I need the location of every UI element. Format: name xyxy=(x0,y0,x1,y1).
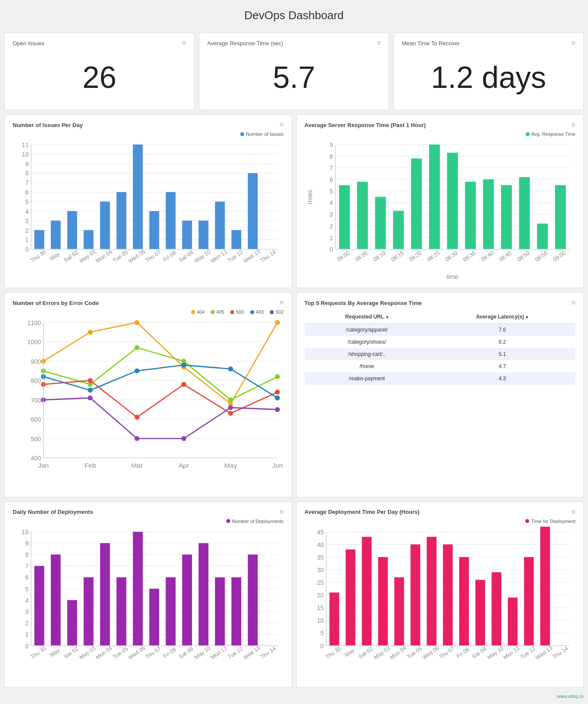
svg-rect-96 xyxy=(519,177,530,249)
deployment-time-menu[interactable]: ≡ xyxy=(571,508,575,516)
table-row: /make-payment4.3 xyxy=(305,372,576,385)
svg-rect-256 xyxy=(524,557,534,646)
svg-rect-32 xyxy=(100,201,110,249)
deployment-time-card: Average Deployment Time Per Day (Hours) … xyxy=(296,502,584,688)
latency-cell: 6.2 xyxy=(429,336,575,348)
url-cell: /category/apparel/ xyxy=(305,324,430,336)
svg-text:1100: 1100 xyxy=(27,319,41,326)
svg-text:Sat 02: Sat 02 xyxy=(63,249,80,263)
kpi-open-issues-value: 26 xyxy=(13,51,186,104)
svg-text:Tue 12: Tue 12 xyxy=(226,248,244,264)
server-response-menu[interactable]: ≡ xyxy=(571,121,575,129)
kpi-open-issues-title: Open Issues xyxy=(13,40,44,47)
svg-text:08:15: 08:15 xyxy=(390,250,405,263)
svg-text:08:35: 08:35 xyxy=(461,250,477,263)
dashboard: DevOps Dashboard Open Issues ≡ 26 Averag… xyxy=(4,4,584,699)
table-row: /home4.7 xyxy=(305,360,576,372)
svg-text:8: 8 xyxy=(25,170,29,177)
kpi-mttr-menu[interactable]: ≡ xyxy=(571,39,575,47)
svg-rect-100 xyxy=(555,185,566,249)
server-response-title: Average Server Response Time (Past 1 Hou… xyxy=(305,122,426,128)
svg-rect-28 xyxy=(67,211,77,249)
svg-text:08:55: 08:55 xyxy=(534,250,549,263)
svg-text:Mon 11: Mon 11 xyxy=(209,644,228,660)
col-url: Requested URL ⬧ xyxy=(305,310,430,324)
page-title: DevOps Dashboard xyxy=(4,4,584,28)
svg-text:1: 1 xyxy=(329,235,333,241)
svg-text:4: 4 xyxy=(25,208,29,215)
svg-text:45: 45 xyxy=(317,528,324,535)
issues-legend-dot xyxy=(240,132,244,136)
svg-rect-242 xyxy=(410,544,420,646)
svg-text:5: 5 xyxy=(320,630,324,637)
svg-text:30: 30 xyxy=(317,567,324,573)
svg-rect-199 xyxy=(182,554,192,645)
issues-per-day-legend: Number of Issues xyxy=(13,131,284,137)
svg-text:Thu 30: Thu 30 xyxy=(324,645,342,660)
svg-text:Wed 13: Wed 13 xyxy=(242,644,261,660)
daily-deployments-menu[interactable]: ≡ xyxy=(279,508,283,516)
svg-text:8: 8 xyxy=(25,551,29,558)
top5-tbody: /category/apparel/7.6/category/shoes/6.2… xyxy=(305,324,576,385)
svg-text:May 03: May 03 xyxy=(78,248,97,264)
latency-cell: 7.6 xyxy=(429,324,575,336)
issues-per-day-menu[interactable]: ≡ xyxy=(279,121,283,129)
svg-rect-94 xyxy=(501,185,512,249)
svg-rect-26 xyxy=(51,221,61,249)
svg-rect-203 xyxy=(215,577,225,645)
svg-text:Wed 06: Wed 06 xyxy=(127,248,146,264)
latency-cell: 4.3 xyxy=(429,372,575,385)
kpi-mttr-title: Mean Time To Recover xyxy=(402,40,460,47)
errors-by-code-card: Number of Errors by Error Code ≡ 404 405… xyxy=(4,292,292,497)
svg-rect-187 xyxy=(84,577,94,645)
table-row: /shopping-cart/..5.1 xyxy=(305,348,576,360)
svg-rect-248 xyxy=(459,557,469,646)
svg-text:Sat 09: Sat 09 xyxy=(470,645,487,660)
svg-text:10: 10 xyxy=(22,151,29,158)
row-2: Number of Issues Per Day ≡ Number of Iss… xyxy=(4,114,584,288)
svg-text:May 03: May 03 xyxy=(78,644,97,660)
svg-point-150 xyxy=(275,407,280,412)
svg-text:3: 3 xyxy=(25,608,29,615)
svg-text:08:20: 08:20 xyxy=(407,250,423,263)
svg-rect-181 xyxy=(34,566,44,645)
svg-rect-250 xyxy=(475,580,485,645)
svg-text:700: 700 xyxy=(31,397,41,404)
svg-rect-84 xyxy=(411,158,422,249)
svg-text:Thu 30: Thu 30 xyxy=(29,645,47,660)
kpi-avg-response-menu[interactable]: ≡ xyxy=(377,39,381,47)
svg-rect-238 xyxy=(378,557,387,646)
kpi-open-issues-menu[interactable]: ≡ xyxy=(182,39,186,47)
svg-text:5: 5 xyxy=(25,198,29,205)
svg-text:2: 2 xyxy=(25,227,29,234)
row-3: Number of Errors by Error Code ≡ 404 405… xyxy=(4,292,584,497)
col-latency: Average Latency(s) ⬧ xyxy=(429,310,575,324)
svg-point-146 xyxy=(88,396,93,400)
issues-legend-item: Number of Issues xyxy=(240,131,283,137)
svg-text:Wed 06: Wed 06 xyxy=(127,644,146,660)
top5-requests-menu[interactable]: ≡ xyxy=(571,299,575,307)
svg-point-137 xyxy=(228,411,233,416)
svg-text:5: 5 xyxy=(25,585,29,592)
svg-rect-38 xyxy=(149,211,159,249)
kpi-row: Open Issues ≡ 26 Average Response Time (… xyxy=(4,33,584,110)
svg-text:4: 4 xyxy=(329,199,333,206)
svg-text:Jan: Jan xyxy=(38,462,49,469)
svg-text:400: 400 xyxy=(31,455,41,462)
svg-text:2: 2 xyxy=(329,223,333,230)
svg-text:15: 15 xyxy=(317,604,324,611)
svg-rect-30 xyxy=(84,230,94,249)
svg-text:May 03: May 03 xyxy=(372,644,391,660)
svg-rect-205 xyxy=(232,577,242,645)
svg-text:0: 0 xyxy=(25,642,29,649)
svg-text:08:30: 08:30 xyxy=(444,250,459,263)
svg-rect-80 xyxy=(375,197,386,249)
svg-point-143 xyxy=(228,367,233,372)
svg-rect-98 xyxy=(537,224,548,249)
dep-time-legend-label: Time for Deployment xyxy=(531,519,575,524)
errors-by-code-menu[interactable]: ≡ xyxy=(279,299,283,307)
svg-rect-44 xyxy=(198,221,208,249)
svg-text:May 10: May 10 xyxy=(193,248,212,264)
svg-text:Tue 12: Tue 12 xyxy=(519,645,537,660)
svg-text:Sat 09: Sat 09 xyxy=(178,249,195,263)
